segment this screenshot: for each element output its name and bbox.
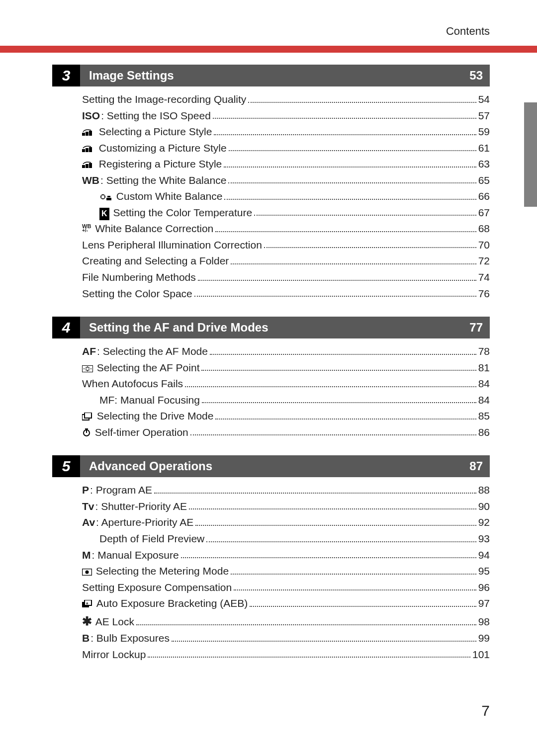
toc-row-page: 63: [478, 156, 490, 172]
toc-row-label: When Autofocus Fails: [82, 376, 183, 392]
toc-row: Selecting a Picture Style59: [52, 124, 490, 140]
svg-rect-8: [89, 163, 92, 168]
header-label: Contents: [446, 25, 490, 37]
toc-row: ± Auto Exposure Bracketing (AEB)97: [52, 595, 490, 612]
toc-row-page: 70: [478, 237, 490, 253]
dot-leader: [228, 182, 476, 183]
dot-leader: [248, 101, 476, 103]
toc-row-label: Custom White Balance: [99, 188, 222, 205]
dot-leader: [201, 369, 476, 371]
section-header: 4Setting the AF and Drive Modes77: [52, 317, 490, 338]
svg-point-16: [90, 368, 91, 369]
toc-row: Self-timer Operation86: [52, 424, 490, 441]
svg-point-25: [86, 571, 89, 574]
custom-wb-icon: [99, 190, 112, 204]
toc-row-text: Setting the Color Temperature: [110, 207, 253, 218]
wb-icon: WB: [82, 172, 99, 189]
section-start-page: 77: [469, 317, 490, 338]
toc-row-label: Setting the Color Space: [82, 286, 192, 302]
section-start-page: 53: [469, 65, 490, 86]
section-title: Image Settings: [80, 65, 469, 86]
toc-row-page: 96: [478, 580, 490, 596]
toc-row-text: Setting the Image-recording Quality: [82, 93, 246, 105]
toc-row-page: 88: [478, 482, 490, 499]
toc-row: K Setting the Color Temperature67: [52, 205, 490, 221]
svg-point-17: [87, 366, 88, 367]
toc-row: Av: Aperture-Priority AE92: [52, 514, 490, 531]
toc-row-label: Customizing a Picture Style: [82, 140, 227, 157]
mode-b-icon: B: [82, 630, 90, 647]
section-title: Advanced Operations: [80, 455, 469, 477]
toc-row: Setting the Color Space76: [52, 286, 490, 302]
color-temp-k-icon: K: [99, 207, 109, 221]
toc-row: Setting Exposure Compensation96: [52, 580, 490, 596]
toc-row-page: 86: [478, 424, 490, 441]
toc-row-page: 54: [478, 91, 490, 108]
svg-rect-12: [107, 196, 110, 197]
section-start-page: 87: [469, 455, 490, 477]
dot-leader: [234, 589, 476, 590]
toc-row-text: Mirror Lockup: [82, 649, 146, 660]
toc-row-page: 57: [478, 108, 490, 124]
toc-row: WB+/- White Balance Correction68: [52, 221, 490, 237]
contents-body: 3Image Settings53Setting the Image-recor…: [0, 65, 537, 692]
toc-row-text: Depth of Field Preview: [99, 533, 204, 544]
toc-row-label: Selecting the AF Point: [82, 360, 199, 376]
toc-row: Tv: Shutter-Priority AE90: [52, 499, 490, 515]
toc-row-label: File Numbering Methods: [82, 269, 196, 286]
toc-row-label: MF: Manual Focusing: [99, 392, 200, 409]
toc-row: Creating and Selecting a Folder72: [52, 253, 490, 269]
toc-row-text: MF: Manual Focusing: [99, 394, 200, 406]
section-title: Setting the AF and Drive Modes: [80, 317, 469, 338]
section-number: 3: [52, 65, 80, 86]
toc-row: P: Program AE88: [52, 482, 490, 499]
toc-row-text: File Numbering Methods: [82, 271, 196, 283]
dot-leader: [206, 541, 476, 542]
toc-row: Lens Peripheral Illumination Correction7…: [52, 237, 490, 253]
af-point-icon: [82, 362, 93, 376]
toc-row-label: ISO: Setting the ISO Speed: [82, 108, 211, 124]
toc-row-label: Selecting a Picture Style: [82, 124, 212, 140]
dot-leader: [189, 508, 476, 509]
page-number: 7: [0, 692, 537, 739]
toc-row-text: Selecting the Metering Mode: [93, 565, 229, 577]
toc-row-label: Setting the Image-recording Quality: [82, 91, 246, 108]
toc-row: Customizing a Picture Style61: [52, 140, 490, 157]
toc-row-text: Setting Exposure Compensation: [82, 582, 232, 593]
toc-row-page: 93: [478, 531, 490, 547]
toc-row-label: Tv: Shutter-Priority AE: [82, 499, 187, 515]
toc-row: Selecting the AF Point81: [52, 360, 490, 376]
svg-rect-0: [82, 133, 85, 136]
toc-row-text: When Autofocus Fails: [82, 378, 183, 389]
svg-point-15: [84, 368, 85, 369]
toc-row-page: 99: [478, 630, 490, 647]
toc-row: When Autofocus Fails84: [52, 376, 490, 392]
toc-row-text: : Shutter-Priority AE: [95, 501, 187, 512]
dot-leader: [210, 353, 476, 355]
toc-row: MF: Manual Focusing84: [52, 392, 490, 409]
toc-row-text: White Balance Correction: [92, 223, 213, 234]
toc-item-list: P: Program AE88Tv: Shutter-Priority AE90…: [52, 482, 490, 663]
toc-row-text: : Bulb Exposures: [90, 632, 170, 644]
dot-leader: [224, 166, 476, 168]
toc-row-page: 92: [478, 514, 490, 531]
dot-leader: [185, 386, 476, 387]
toc-row-page: 81: [478, 360, 490, 376]
toc-row-label: WB: Setting the White Balance: [82, 172, 226, 189]
section-header: 5Advanced Operations87: [52, 455, 490, 477]
side-thumb-tab: [524, 102, 537, 207]
toc-row-page: 68: [478, 221, 490, 237]
dot-leader: [264, 247, 476, 248]
toc-row-label: B: Bulb Exposures: [82, 630, 170, 647]
mode-m-icon: M: [82, 547, 91, 564]
drive-mode-icon: [82, 410, 93, 424]
toc-row-label: Av: Aperture-Priority AE: [82, 514, 193, 531]
dot-leader: [214, 134, 476, 135]
svg-rect-7: [86, 164, 89, 168]
toc-section: 4Setting the AF and Drive Modes77AF: Sel…: [52, 317, 490, 440]
toc-row-page: 72: [478, 253, 490, 269]
toc-row-text: Setting the Color Space: [82, 288, 192, 299]
toc-row-label: Selecting the Metering Mode: [82, 563, 229, 580]
svg-rect-20: [85, 413, 91, 418]
dot-leader: [154, 492, 476, 494]
